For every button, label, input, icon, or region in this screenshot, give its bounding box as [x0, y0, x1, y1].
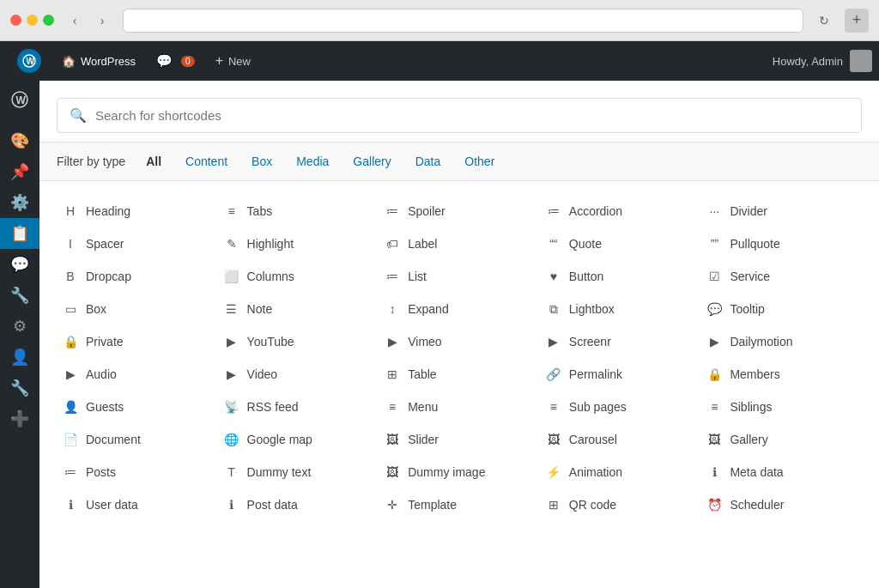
- sidebar-icon-tools[interactable]: 🔧: [0, 280, 39, 311]
- shortcode-label: Video: [247, 367, 278, 381]
- shortcode-item-animation[interactable]: ⚡Animation: [540, 456, 701, 488]
- shortcode-item-meta-data[interactable]: ℹMeta data: [700, 456, 862, 488]
- shortcode-item-button[interactable]: ♥Button: [540, 260, 701, 293]
- maximize-button[interactable]: [43, 15, 54, 26]
- filter-gallery[interactable]: Gallery: [349, 153, 394, 170]
- shortcode-item-expand[interactable]: ↕Expand: [379, 293, 540, 325]
- shortcode-item-accordion[interactable]: ≔Accordion: [540, 195, 701, 227]
- shortcode-item-guests[interactable]: 👤Guests: [57, 391, 218, 423]
- shortcode-item-list[interactable]: ≔List: [379, 260, 540, 293]
- sidebar-icon-wrench[interactable]: 🔧: [0, 373, 39, 403]
- shortcode-item-columns[interactable]: ⬜Columns: [218, 260, 379, 293]
- shortcode-item-spoiler[interactable]: ≔Spoiler: [379, 195, 540, 227]
- shortcode-item-quote[interactable]: ““Quote: [540, 227, 701, 260]
- shortcode-item-google-map[interactable]: 🌐Google map: [218, 423, 379, 456]
- filter-box[interactable]: Box: [248, 153, 276, 170]
- shortcode-item-heading[interactable]: HHeading: [57, 195, 218, 227]
- shortcode-item-box[interactable]: ▭Box: [57, 293, 218, 325]
- shortcode-item-dropcap[interactable]: BDropcap: [57, 260, 218, 293]
- shortcode-icon-dailymotion: ▶: [706, 333, 723, 350]
- shortcode-item-audio[interactable]: ▶Audio: [57, 358, 218, 391]
- shortcode-item-dailymotion[interactable]: ▶Dailymotion: [700, 325, 862, 358]
- shortcode-item-service[interactable]: ☑Service: [700, 260, 862, 293]
- shortcode-label: Template: [408, 498, 457, 512]
- shortcode-icon-tooltip: 💬: [706, 300, 723, 318]
- shortcode-label: List: [408, 270, 427, 283]
- filter-all[interactable]: All: [142, 153, 165, 170]
- filter-data[interactable]: Data: [412, 153, 445, 170]
- shortcode-item-table[interactable]: ⊞Table: [379, 358, 540, 391]
- shortcode-label: Google map: [247, 433, 312, 446]
- shortcode-icon-permalink: 🔗: [545, 366, 562, 383]
- filter-content[interactable]: Content: [182, 153, 231, 170]
- shortcode-icon-list: ≔: [384, 268, 401, 285]
- shortcode-item-vimeo[interactable]: ▶Vimeo: [379, 325, 540, 358]
- shortcode-icon-heading: H: [62, 203, 79, 220]
- shortcode-item-spacer[interactable]: ISpacer: [57, 227, 218, 260]
- shortcode-icon-audio: ▶: [62, 366, 79, 383]
- sidebar-icon-add[interactable]: ➕: [0, 403, 39, 434]
- shortcode-item-menu[interactable]: ≡Menu: [379, 391, 540, 423]
- shortcode-item-rss-feed[interactable]: 📡RSS feed: [218, 391, 379, 423]
- shortcode-item-permalink[interactable]: 🔗Permalink: [540, 358, 701, 391]
- site-name-item[interactable]: 🏠 WordPress: [52, 41, 146, 81]
- shortcode-item-note[interactable]: ☰Note: [218, 293, 379, 325]
- shortcode-item-post-data[interactable]: ℹPost data: [218, 488, 379, 521]
- shortcode-item-carousel[interactable]: 🖼Carousel: [540, 423, 701, 456]
- shortcode-item-label[interactable]: 🏷Label: [379, 227, 540, 260]
- shortcode-item-tooltip[interactable]: 💬Tooltip: [700, 293, 862, 325]
- filter-media[interactable]: Media: [293, 153, 332, 170]
- shortcode-item-screenr[interactable]: ▶Screenr: [540, 325, 701, 358]
- shortcode-item-pullquote[interactable]: ””Pullquote: [700, 227, 862, 260]
- shortcode-item-private[interactable]: 🔒Private: [57, 325, 218, 358]
- shortcode-icon-sub-pages: ≡: [545, 398, 562, 415]
- shortcode-item-youtube[interactable]: ▶YouTube: [218, 325, 379, 358]
- shortcode-item-lightbox[interactable]: ⧉Lightbox: [540, 293, 701, 325]
- shortcode-item-posts[interactable]: ≔Posts: [57, 456, 218, 488]
- sidebar-icon-users[interactable]: 👤: [0, 342, 39, 373]
- sidebar-icon-theme[interactable]: 🎨: [0, 125, 39, 156]
- sidebar-icon-pages[interactable]: 📋: [0, 218, 39, 249]
- search-box[interactable]: 🔍: [57, 98, 862, 133]
- shortcode-item-qr-code[interactable]: ⊞QR code: [540, 488, 701, 521]
- back-button[interactable]: ‹: [63, 9, 87, 33]
- sidebar-icon-wp[interactable]: W: [0, 84, 39, 115]
- shortcode-item-slider[interactable]: 🖼Slider: [379, 423, 540, 456]
- shortcode-label: YouTube: [247, 335, 294, 349]
- shortcode-item-video[interactable]: ▶Video: [218, 358, 379, 391]
- wp-logo-item[interactable]: W: [7, 41, 52, 81]
- minimize-button[interactable]: [27, 15, 38, 26]
- close-button[interactable]: [10, 15, 21, 26]
- shortcode-item-document[interactable]: 📄Document: [57, 423, 218, 456]
- sidebar-icon-settings[interactable]: ⚙️: [0, 187, 39, 218]
- sidebar-icon-pin[interactable]: 📌: [0, 156, 39, 187]
- sidebar-icon-comments[interactable]: 💬: [0, 249, 39, 280]
- shortcode-item-sub-pages[interactable]: ≡Sub pages: [540, 391, 701, 423]
- shortcode-item-siblings[interactable]: ≡Siblings: [700, 391, 862, 423]
- shortcode-item-divider[interactable]: ···Divider: [700, 195, 862, 227]
- comments-count: 0: [181, 56, 195, 67]
- shortcode-item-scheduler[interactable]: ⏰Scheduler: [700, 488, 862, 521]
- shortcode-item-user-data[interactable]: ℹUser data: [57, 488, 218, 521]
- shortcode-icon-template: ✛: [384, 496, 401, 513]
- search-icon: 🔍: [70, 107, 87, 124]
- forward-button[interactable]: ›: [90, 9, 114, 33]
- shortcode-label: Meta data: [730, 465, 783, 479]
- comments-item[interactable]: 💬 0: [146, 41, 205, 81]
- shortcode-item-highlight[interactable]: ✎Highlight: [218, 227, 379, 260]
- shortcode-item-gallery[interactable]: 🖼Gallery: [700, 423, 862, 456]
- shortcode-item-dummy-text[interactable]: TDummy text: [218, 456, 379, 488]
- svg-text:W: W: [16, 94, 27, 106]
- refresh-button[interactable]: ↻: [812, 9, 836, 33]
- new-item[interactable]: + New: [205, 41, 261, 81]
- shortcode-item-dummy-image[interactable]: 🖼Dummy image: [379, 456, 540, 488]
- address-bar[interactable]: [123, 9, 803, 33]
- shortcode-item-members[interactable]: 🔒Members: [700, 358, 862, 391]
- sidebar-icon-config[interactable]: ⚙: [0, 311, 39, 342]
- new-tab-button[interactable]: +: [845, 9, 869, 33]
- shortcode-item-template[interactable]: ✛Template: [379, 488, 540, 521]
- search-input[interactable]: [95, 108, 849, 123]
- shortcode-icon-quote: ““: [545, 235, 562, 252]
- filter-other[interactable]: Other: [461, 153, 498, 170]
- shortcode-item-tabs[interactable]: ≡Tabs: [218, 195, 379, 227]
